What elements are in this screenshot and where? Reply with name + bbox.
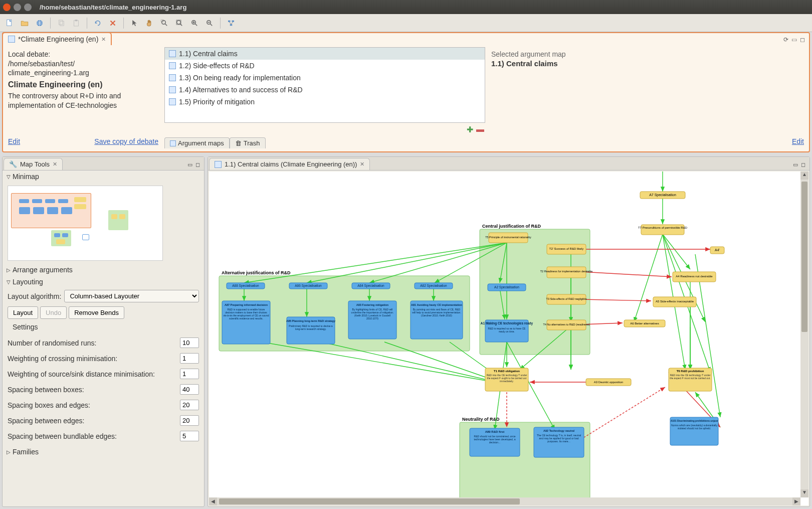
algo-select[interactable]: Column-based Layouter [64,290,199,302]
remove-bends-button[interactable]: Remove Bends [69,306,124,319]
layouting-section[interactable]: ▽Layouting [3,276,204,288]
zoom-area-icon[interactable] [158,17,171,30]
svg-text:A81 Avoiding hasty CE implemen: A81 Avoiding hasty CE implementation [411,303,463,306]
map-item-4[interactable]: 1.4) Alternatives to and success of R&D [165,84,485,96]
refresh-icon[interactable] [91,17,104,30]
layout-run-icon[interactable] [225,17,238,30]
edit-map-link[interactable]: Edit [792,137,804,145]
setting-label: Spacing between bundlable edges: [8,432,117,440]
add-map-icon[interactable]: ✚ [467,125,473,134]
svg-text:A1 Making CE technologies read: A1 Making CE technologies ready [481,321,533,325]
open-folder-icon[interactable] [18,17,31,30]
map-tools-panel: 🔧 Map Tools ✕ ▭ ◻ ▽Minimap [2,156,205,507]
map-tools-icon: 🔧 [9,160,17,168]
setting-row: Number of randomised runs: [8,335,199,351]
setting-input[interactable] [180,431,199,441]
svg-text:A7 Specialisation: A7 Specialisation [649,193,676,197]
debate-tab[interactable]: *Climate Engineering (en) ✕ [2,32,112,45]
cancel-icon[interactable] [106,17,119,30]
save-debate-link[interactable]: Save copy of debate [94,137,158,145]
svg-text:A89 R&D first: A89 R&D first [485,430,505,433]
maps-list[interactable]: 1.1) Central claims 1.2) Side-effects of… [164,47,485,123]
svg-rect-3 [60,21,64,26]
map-item-3[interactable]: 1.3) On being ready for implementation [165,72,485,84]
edit-debate-link[interactable]: Edit [8,137,20,145]
svg-text:A4 Readiness not desirable: A4 Readiness not desirable [676,275,713,278]
map-item-5[interactable]: 1.5) Priority of mitigation [165,96,485,108]
map-view-tab[interactable]: 1.1) Central claims (Climate Engineering… [209,158,370,170]
svg-rect-2 [59,20,63,25]
zoom-in-icon[interactable] [188,17,201,30]
refresh-panel-icon[interactable]: ⟳ [783,36,788,43]
families-section[interactable]: ▷Families [3,446,204,458]
close-maptools-icon[interactable]: ✕ [53,161,57,167]
minimize-map-icon[interactable]: ▭ [793,161,798,168]
setting-input[interactable] [180,353,199,364]
maximize-panel-icon[interactable]: ◻ [800,36,805,43]
svg-text:A2 Specialisation: A2 Specialisation [494,285,519,289]
svg-text:T4 No alternatives to R&D (rea: T4 No alternatives to R&D (readiness) [543,323,590,326]
svg-text:A85 Planning long-term R&D str: A85 Planning long-term R&D strategy [286,319,336,322]
svg-line-26 [634,234,663,322]
new-file-icon[interactable] [3,17,16,30]
vertical-scrollbar[interactable]: ▲▼ [800,172,808,497]
map-item-2[interactable]: 1.2) Side-effects of R&D [165,60,485,72]
map-item-1[interactable]: 1.1) Central claims [165,48,485,60]
map-icon [169,50,176,57]
svg-text:A88 Specialisation: A88 Specialisation [232,284,259,288]
paste-icon[interactable] [70,17,83,30]
horizontal-scrollbar[interactable]: ◀▶ [209,497,800,505]
map-item-label: 1.3) On being ready for implementation [179,74,301,82]
close-mapview-icon[interactable]: ✕ [360,161,364,167]
argmaps-tab-icon [170,140,176,146]
arrange-section[interactable]: ▷Arrange arguments [3,264,204,276]
settings-label: Settings [13,323,38,331]
remove-map-icon[interactable]: ▬ [476,125,484,134]
setting-input[interactable] [180,400,199,410]
setting-input[interactable] [180,384,199,395]
trash-tab-label: Trash [244,139,260,147]
setting-label: Weighting of crossing minimisation: [8,355,117,363]
setting-input[interactable] [180,369,199,379]
undo-button[interactable]: Undo [40,306,67,319]
pointer-icon[interactable] [128,17,141,30]
map-icon [169,98,176,105]
map-item-label: 1.2) Side-effects of R&D [179,62,255,70]
window-minimize-button[interactable] [14,4,21,11]
globe-icon[interactable] [33,17,46,30]
layout-button[interactable]: Layout [8,306,38,319]
minimap[interactable] [8,186,163,261]
close-tab-icon[interactable]: ✕ [101,36,106,43]
map-canvas[interactable]: Alternative justifications of R&D Centra… [209,172,808,505]
window-maximize-button[interactable] [24,4,32,11]
minimap-section[interactable]: ▽Minimap [3,171,204,183]
window-close-button[interactable] [3,4,11,11]
argmaps-tab[interactable]: Argument maps [164,137,230,148]
setting-input[interactable] [180,337,199,348]
minimize-panel-icon[interactable]: ▭ [791,36,797,43]
zoom-fit-icon[interactable] [173,17,186,30]
maximize-left-icon[interactable]: ◻ [195,161,200,168]
svg-rect-4 [74,20,79,26]
zoom-out-icon[interactable] [203,17,216,30]
settings-section[interactable]: Settings [3,321,204,333]
svg-text:T3 Side-effects of R&D negligi: T3 Side-effects of R&D negligible [546,297,587,300]
setting-label: Spacing boxes and edges: [8,401,90,409]
svg-text:A5 Side-effects inacceptable: A5 Side-effects inacceptable [656,300,694,303]
map-tools-tab[interactable]: 🔧 Map Tools ✕ [4,158,63,170]
hand-icon[interactable] [143,17,156,30]
local-debate-label: Local debate: [8,50,158,58]
map-view-tab-icon [215,161,222,168]
maximize-map-icon[interactable]: ◻ [801,161,805,168]
setting-input[interactable] [180,415,199,426]
svg-point-8 [177,20,181,24]
svg-text:A84 Specialisation: A84 Specialisation [357,284,384,288]
trash-tab[interactable]: 🗑Trash [230,137,266,148]
svg-text:A101 Discriminating prohibitio: A101 Discriminating prohibitions unjust [671,419,718,422]
svg-text:A4': A4' [715,248,720,252]
minimize-left-icon[interactable]: ▭ [187,161,192,168]
copy-icon[interactable] [55,17,68,30]
svg-text:T2' Success of R&D likely: T2' Success of R&D likely [549,247,584,250]
setting-row: Spacing between edges: [8,413,199,428]
window-titlebar: /home/sebastian/test/climate_engineering… [0,0,812,14]
